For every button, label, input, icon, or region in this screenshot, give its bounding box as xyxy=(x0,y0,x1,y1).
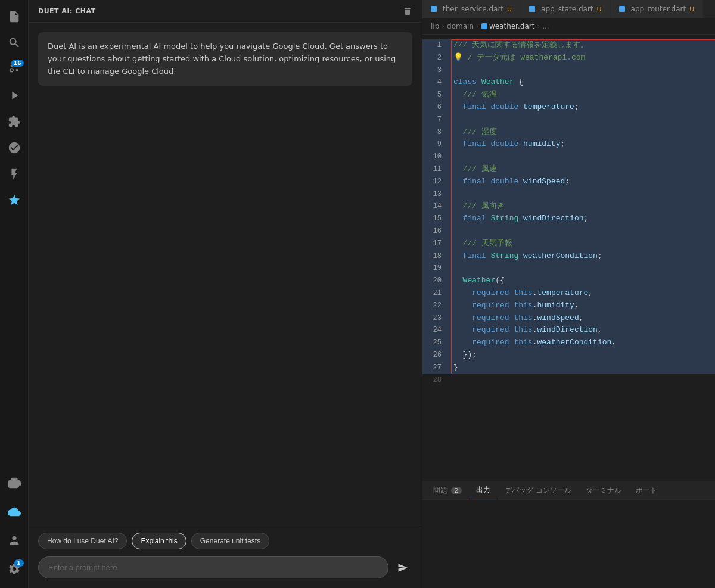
intro-bubble: Duet AI is an experimental AI model to h… xyxy=(38,32,412,86)
editor-area: 1/// 天気に関する情報を定義します。2💡 / データ元は weatherap… xyxy=(422,35,715,481)
code-line-17: 17 /// 天気予報 xyxy=(422,238,715,250)
code-line-16: 16 xyxy=(422,225,715,238)
line-content: } xyxy=(451,362,458,374)
line-content xyxy=(451,64,458,77)
remote-icon[interactable] xyxy=(2,136,26,160)
code-line-21: 21 required this.temperature, xyxy=(422,287,715,300)
code-line-7: 7 xyxy=(422,114,715,126)
files-icon[interactable] xyxy=(2,5,26,29)
tab-weather-service[interactable]: ther_service.dart U xyxy=(422,0,521,18)
line-content xyxy=(451,225,458,238)
tabs-bar: ther_service.dart U app_state.dart U app… xyxy=(422,0,715,18)
source-control-badge: 16 xyxy=(11,60,24,67)
code-line-4: 4class Weather { xyxy=(422,76,715,89)
bottom-tab-terminal[interactable]: ターミナル xyxy=(580,482,627,499)
line-content: /// 風速 xyxy=(451,163,497,176)
line-number: 17 xyxy=(427,238,451,250)
quick-btn-generate[interactable]: Generate unit tests xyxy=(191,533,269,549)
bottom-tab-ports[interactable]: ポート xyxy=(630,482,663,499)
line-content xyxy=(451,262,458,275)
ai-icon[interactable] xyxy=(2,188,26,212)
tab-app-router[interactable]: app_router.dart U xyxy=(611,0,704,18)
chat-footer: How do I use Duet AI? Explain this Gener… xyxy=(29,525,422,588)
line-content: final double humidity; xyxy=(451,138,565,151)
run-icon[interactable] xyxy=(2,83,26,107)
line-content xyxy=(451,151,458,163)
code-line-1: 1/// 天気に関する情報を定義します。 xyxy=(422,39,715,52)
editor-panel: ther_service.dart U app_state.dart U app… xyxy=(422,0,715,588)
source-control-icon[interactable]: 16 xyxy=(2,57,26,81)
line-number: 15 xyxy=(427,213,451,225)
line-content: required this.humidity, xyxy=(451,300,579,312)
account-icon[interactable] xyxy=(2,528,26,552)
quick-btn-explain[interactable]: Explain this xyxy=(132,533,186,549)
line-number: 24 xyxy=(427,325,451,336)
line-number: 8 xyxy=(427,127,451,138)
code-line-20: 20 Weather({ xyxy=(422,275,715,287)
line-number: 11 xyxy=(427,164,451,175)
code-line-22: 22 required this.humidity, xyxy=(422,300,715,312)
delete-chat-icon[interactable] xyxy=(403,6,412,16)
code-line-6: 6 final double temperature; xyxy=(422,101,715,114)
quick-btn-how[interactable]: How do I use Duet AI? xyxy=(38,533,127,549)
extensions-icon[interactable] xyxy=(2,110,26,133)
line-number: 10 xyxy=(427,151,451,163)
tab-app-router-unsaved: U xyxy=(689,5,694,13)
line-content: /// 天気に関する情報を定義します。 xyxy=(451,39,588,52)
bottom-tabs: 問題 2 出力 デバッグ コンソール ターミナル ポート xyxy=(422,481,715,500)
line-number: 27 xyxy=(427,362,451,374)
code-line-10: 10 xyxy=(422,151,715,163)
code-line-26: 26 }); xyxy=(422,349,715,362)
weather-dart-icon xyxy=(481,23,487,29)
code-line-23: 23 required this.windSpeed, xyxy=(422,312,715,325)
line-content: final double temperature; xyxy=(451,101,579,114)
line-content: required this.weatherCondition, xyxy=(451,337,616,349)
breadcrumb-weather-dart: weather.dart xyxy=(481,22,535,30)
line-content: Weather({ xyxy=(451,275,505,287)
prompt-input[interactable] xyxy=(38,556,388,578)
code-line-19: 19 xyxy=(422,262,715,275)
line-number: 7 xyxy=(427,114,451,126)
code-line-15: 15 final String windDirection; xyxy=(422,213,715,225)
line-content: required this.windDirection, xyxy=(451,324,602,337)
line-number: 28 xyxy=(427,375,451,386)
line-number: 19 xyxy=(427,263,451,274)
docker-icon[interactable] xyxy=(2,471,26,495)
cloud-icon[interactable] xyxy=(2,500,26,524)
bottom-panel: 問題 2 出力 デバッグ コンソール ターミナル ポート xyxy=(422,481,715,588)
line-content: class Weather { xyxy=(451,76,523,89)
dart-file-icon-3 xyxy=(619,6,625,12)
tab-app-state-unsaved: U xyxy=(597,5,602,13)
line-content xyxy=(451,188,458,201)
line-content: /// 天気予報 xyxy=(451,238,512,250)
line-content xyxy=(451,374,458,387)
intro-text: Duet AI is an experimental AI model to h… xyxy=(48,42,396,76)
tab-app-state[interactable]: app_state.dart U xyxy=(521,0,610,18)
bottom-tab-output[interactable]: 出力 xyxy=(470,481,496,499)
line-number: 12 xyxy=(427,176,451,188)
search-icon[interactable] xyxy=(2,31,26,55)
bottom-tab-debug[interactable]: デバッグ コンソール xyxy=(499,482,577,499)
code-line-18: 18 final String weatherCondition; xyxy=(422,250,715,263)
settings-icon[interactable]: 1 xyxy=(2,557,26,581)
line-number: 18 xyxy=(427,251,451,262)
breadcrumb-ellipsis: ... xyxy=(542,22,549,30)
line-number: 14 xyxy=(427,201,451,212)
line-content: final String weatherCondition; xyxy=(451,250,602,263)
testing-icon[interactable] xyxy=(2,162,26,186)
code-line-13: 13 xyxy=(422,188,715,201)
settings-badge: 1 xyxy=(14,559,24,567)
line-number: 21 xyxy=(427,288,451,299)
line-number: 2 xyxy=(427,52,451,64)
line-content: /// 気温 xyxy=(451,89,497,101)
line-number: 1 xyxy=(427,40,451,51)
send-button[interactable] xyxy=(393,558,412,577)
line-number: 26 xyxy=(427,350,451,361)
line-number: 13 xyxy=(427,189,451,200)
chat-title: DUET AI: CHAT xyxy=(38,7,96,15)
tab-weather-service-label: ther_service.dart xyxy=(443,5,503,13)
bottom-tab-problems[interactable]: 問題 2 xyxy=(427,482,468,499)
line-number: 6 xyxy=(427,102,451,113)
line-number: 25 xyxy=(427,337,451,349)
line-number: 9 xyxy=(427,139,451,150)
